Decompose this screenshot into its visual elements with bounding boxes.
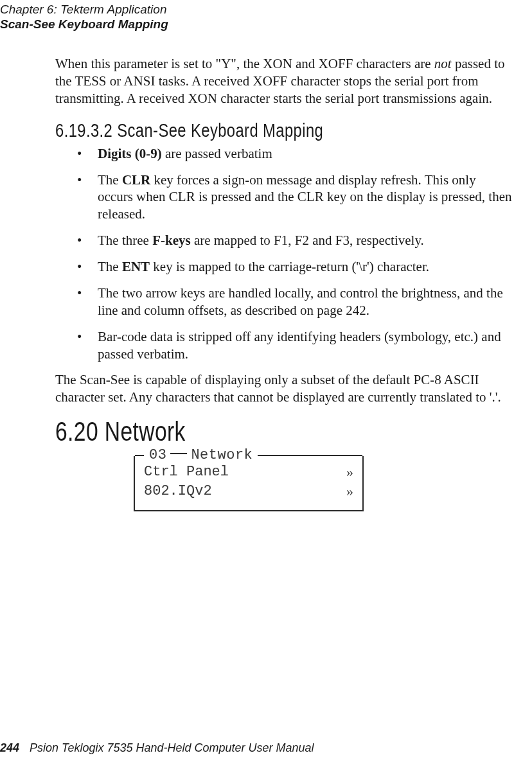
bullet-bold: Digits (0-9)	[98, 146, 162, 161]
content: When this parameter is set to "Y", the X…	[55, 55, 514, 511]
bullet-pre: The three	[98, 233, 152, 248]
dash-icon	[170, 453, 187, 454]
footer-text: Psion Teklogix 7535 Hand-Held Computer U…	[30, 741, 314, 754]
intro-not: not	[434, 56, 452, 71]
heading-6-19-3-2: 6.19.3.2 Scan-See Keyboard Mapping	[55, 120, 431, 141]
bullet-pre: The	[98, 172, 122, 188]
border-segment	[258, 455, 362, 456]
bullet-bold: ENT	[122, 259, 150, 274]
bullet-text: The two arrow keys are handled locally, …	[98, 285, 503, 318]
bullet-text: are mapped to F1, F2 and F3, respectivel…	[191, 233, 424, 248]
intro-paragraph: When this parameter is set to "Y", the X…	[55, 55, 514, 107]
bullet-pre: The	[98, 259, 122, 274]
header-chapter: Chapter 6: Tekterm Application	[0, 3, 168, 17]
bullet-bold: CLR	[122, 172, 150, 188]
bullet-text: Bar-code data is stripped off any identi…	[98, 329, 501, 362]
list-item: The three F-keys are mapped to F1, F2 an…	[55, 232, 514, 249]
figure-row-label: Ctrl Panel	[144, 463, 229, 482]
bullet-list: Digits (0-9) are passed verbatim The CLR…	[55, 145, 514, 363]
figure-title-bar: 03Network	[135, 447, 362, 463]
list-item: Digits (0-9) are passed verbatim	[55, 145, 514, 163]
intro-pre: When this parameter is set to "Y", the X…	[55, 56, 434, 71]
list-item: The ENT key is mapped to the carriage-re…	[55, 258, 514, 276]
bullet-text: are passed verbatim	[162, 146, 272, 161]
list-item: Bar-code data is stripped off any identi…	[55, 328, 514, 363]
page-header: Chapter 6: Tekterm Application Scan-See …	[0, 3, 168, 32]
heading-6-20: 6.20 Network	[55, 416, 422, 447]
figure-row: 802.IQv2 »	[144, 482, 353, 501]
border-segment	[135, 455, 144, 456]
header-section: Scan-See Keyboard Mapping	[0, 17, 168, 32]
chevron-right-icon: »	[346, 463, 353, 482]
figure-border: 03Network Ctrl Panel » 802.IQv2 »	[134, 456, 364, 511]
figure-title: 03Network	[148, 447, 254, 463]
figure-title-text: Network	[191, 447, 253, 463]
figure-title-num: 03	[149, 447, 166, 463]
page-number: 244	[0, 741, 19, 754]
list-item: The two arrow keys are handled locally, …	[55, 285, 514, 319]
bullet-text: key is mapped to the carriage-return ('\…	[150, 259, 429, 274]
page-footer: 244Psion Teklogix 7535 Hand-Held Compute…	[0, 741, 514, 755]
bullet-bold: F-keys	[152, 233, 191, 248]
page: Chapter 6: Tekterm Application Scan-See …	[0, 0, 532, 769]
list-item: The CLR key forces a sign-on message and…	[55, 172, 514, 224]
figure-row-label: 802.IQv2	[144, 482, 212, 501]
bullet-text: key forces a sign-on message and display…	[98, 172, 511, 222]
network-figure-wrap: 03Network Ctrl Panel » 802.IQv2 »	[134, 456, 514, 511]
figure-row: Ctrl Panel »	[144, 463, 353, 482]
network-figure: 03Network Ctrl Panel » 802.IQv2 »	[134, 456, 364, 511]
after-list-paragraph: The Scan-See is capable of displaying on…	[55, 371, 514, 406]
chevron-right-icon: »	[346, 482, 353, 501]
